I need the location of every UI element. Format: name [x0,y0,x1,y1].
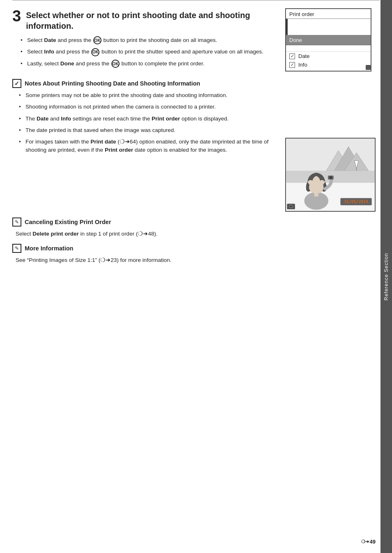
date-checkbox [289,53,295,59]
notes-header: Notes About Printing Shooting Date and S… [12,79,380,88]
notes-bullet-5-list: For images taken with the Print date (❍➜… [19,138,277,155]
notes-bullet-2: Shooting information is not printed when… [19,103,380,111]
ok-button-icon-3: OK [111,60,120,68]
info-bold-2: Info [61,116,71,122]
cancel-header: ✎ Canceling Existing Print Order [12,217,380,227]
step-bullets: Select Date and press the OK button to p… [21,36,277,68]
more-info-text: See “Printing Images of Size 1:1” (❍➜23)… [16,256,380,264]
check-icon [12,79,21,88]
date-bold: Date [44,37,56,43]
print-order-bottom [286,69,371,71]
illustration-svg: 15/05/2014 [286,139,375,211]
reference-section-label: Reference Section [383,253,389,301]
print-order-date-row: Date [286,52,371,60]
cancel-text: Select Delete print order in step 1 of p… [16,230,380,238]
page-number: ❍➜ 49 [361,539,376,545]
date-label: Date [298,53,309,59]
more-info-section: ✎ More Information See “Printing Images … [12,244,380,264]
ok-button-icon: OK [93,36,101,44]
more-info-title: More Information [25,245,73,252]
print-order-image-area [286,19,371,35]
print-order-spacer [286,45,371,52]
page-num: 49 [370,539,376,545]
step-number: 3 [12,8,21,24]
notes-bullet-3: The Date and Info settings are reset eac… [19,115,380,123]
lower-section: For images taken with the Print date (❍➜… [12,138,380,212]
print-date-bold: Print date [90,139,116,145]
done-bold: Done [60,60,74,67]
notes-title: Notes About Printing Shooting Date and S… [25,80,200,87]
camera-illustration: 15/05/2014 [285,138,376,212]
info-checkbox [289,62,295,68]
print-order-bold-2: Print order [105,147,133,153]
bullet-done: Lastly, select Done and press the OK but… [21,60,277,68]
camera-illustration-container: 15/05/2014 [285,138,380,212]
print-order-ui: Print order Done Date Info [285,8,380,72]
notes-bullet-5: For images taken with the Print date (❍➜… [19,138,277,155]
step-heading: 3 Select whether or not to print shootin… [12,8,277,31]
scroll-indicator [366,65,371,70]
svg-point-12 [330,176,332,179]
print-order-header: Print order [286,9,371,19]
print-order-box: Print order Done Date Info [285,8,371,72]
svg-rect-10 [314,192,318,197]
cancel-section: ✎ Canceling Existing Print Order Select … [12,217,380,238]
bullet-info: Select Info and press the OK button to p… [21,48,277,56]
print-order-done: Done [286,35,371,45]
step-title: Select whether or not to print shooting … [26,8,277,31]
pencil-icon-2: ✎ [12,244,21,253]
print-order-info-row: Info [286,60,371,69]
bullet-date: Select Date and press the OK button to p… [21,36,277,44]
ok-button-icon-2: OK [91,48,99,56]
info-bold: Info [44,49,54,55]
notes-section: Notes About Printing Shooting Date and S… [12,79,380,134]
date-bold-2: Date [37,116,48,122]
page-prefix: ❍➜ [361,539,369,544]
cancel-title: Canceling Existing Print Order [25,219,111,225]
more-info-header: ✎ More Information [12,244,380,253]
print-order-bold: Print order [152,116,180,122]
notes-bullet-1: Some printers may not be able to print t… [19,91,380,99]
notes-bullets: Some printers may not be able to print t… [19,91,380,134]
notes-bullet-4: The date printed is that saved when the … [19,126,380,134]
delete-print-order-bold: Delete print order [32,231,79,237]
svg-text:15/05/2014: 15/05/2014 [344,199,368,204]
lower-text: For images taken with the Print date (❍➜… [12,138,285,158]
info-label: Info [298,62,307,68]
pencil-icon: ✎ [12,217,21,227]
reference-section-bar: Reference Section [380,0,392,553]
svg-point-17 [290,206,292,208]
